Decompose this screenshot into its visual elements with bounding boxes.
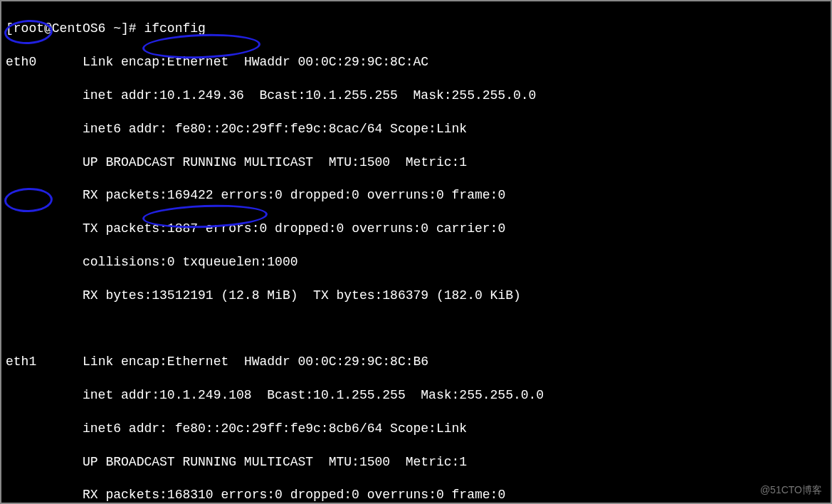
if-eth1-inet: inet addr:10.1.249.108 Bcast:10.1.255.25… [6,387,826,404]
if-eth1-rx: RX packets:168310 errors:0 dropped:0 ove… [6,487,826,503]
if-eth0-inet: inet addr:10.1.249.36 Bcast:10.1.255.255… [6,88,826,104]
if-eth0-bytes: RX bytes:13512191 (12.8 MiB) TX bytes:18… [6,288,826,304]
if-eth0-inet6: inet6 addr: fe80::20c:29ff:fe9c:8cac/64 … [6,121,826,137]
terminal-output[interactable]: [root@CentOS6 ~]# ifconfig eth0 Link enc… [1,1,831,504]
command: ifconfig [144,21,205,36]
if-eth0-link: eth0 Link encap:Ethernet HWaddr 00:0C:29… [6,54,826,70]
shell-prompt: [root@CentOS6 ~]# [6,21,137,36]
watermark-text: @51CTO博客 [760,484,822,497]
if-eth1-flags: UP BROADCAST RUNNING MULTICAST MTU:1500 … [6,454,826,471]
if-eth1-inet6: inet6 addr: fe80::20c:29ff:fe9c:8cb6/64 … [6,421,826,437]
if-eth0-flags: UP BROADCAST RUNNING MULTICAST MTU:1500 … [6,154,826,171]
if-eth1-link: eth1 Link encap:Ethernet HWaddr 00:0C:29… [6,354,826,370]
blank-line [6,320,826,337]
if-eth0-coll: collisions:0 txqueuelen:1000 [6,254,826,271]
if-eth0-rx: RX packets:169422 errors:0 dropped:0 ove… [6,187,826,204]
if-eth0-tx: TX packets:1887 errors:0 dropped:0 overr… [6,221,826,237]
prompt-line: [root@CentOS6 ~]# ifconfig [6,21,826,37]
